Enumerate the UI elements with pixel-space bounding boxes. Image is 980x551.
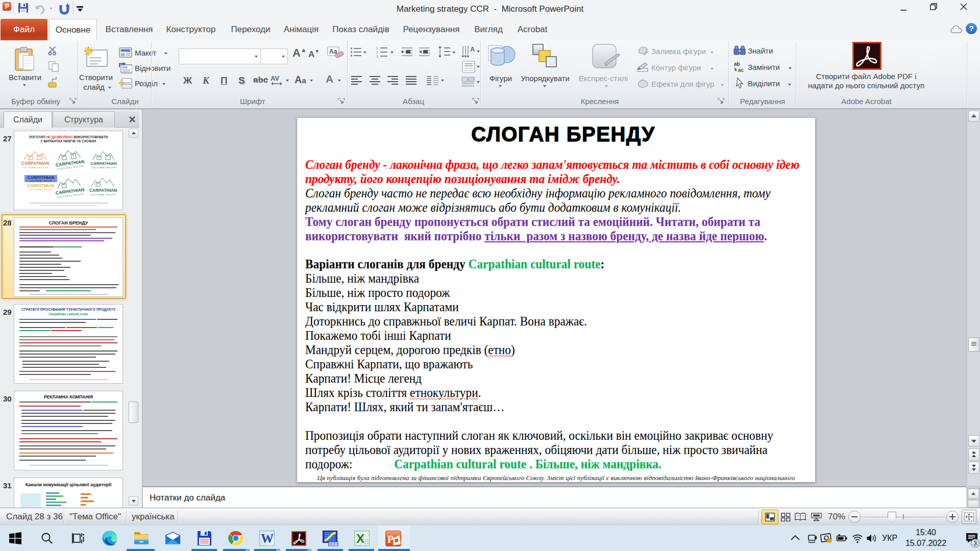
svg-text:W: W <box>261 532 274 545</box>
svg-text:CARPATHIAN: CARPATHIAN <box>90 161 117 166</box>
svg-text:X: X <box>356 532 364 545</box>
svg-text:CARPATHIAN: CARPATHIAN <box>21 161 49 166</box>
svg-text:A: A <box>470 45 475 53</box>
svg-text:ab: ab <box>734 61 740 67</box>
svg-text:P: P <box>387 534 394 545</box>
svg-text:CULTURAL ROUTE: CULTURAL ROUTE <box>91 166 116 169</box>
svg-text:CULTURAL ROUTE: CULTURAL ROUTE <box>22 166 48 169</box>
svg-text:1: 1 <box>376 46 378 50</box>
svg-text:2: 2 <box>376 51 378 54</box>
svg-text:CARPATHIAN: CARPATHIAN <box>89 188 117 193</box>
svg-text:AV: AV <box>271 74 279 82</box>
svg-text:CULTURAL ROUTE: CULTURAL ROUTE <box>91 193 116 196</box>
svg-text:ac: ac <box>738 67 744 72</box>
svg-text:3: 3 <box>376 55 378 58</box>
